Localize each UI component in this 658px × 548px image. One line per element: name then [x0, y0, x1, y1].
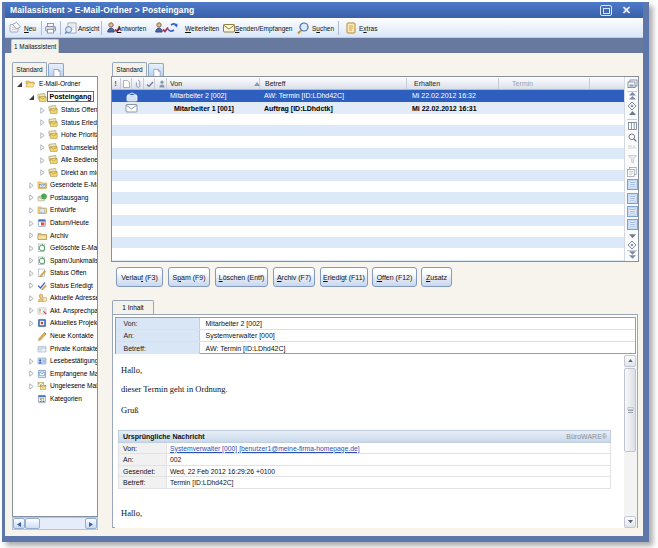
svg-text:31: 31 — [39, 397, 45, 402]
